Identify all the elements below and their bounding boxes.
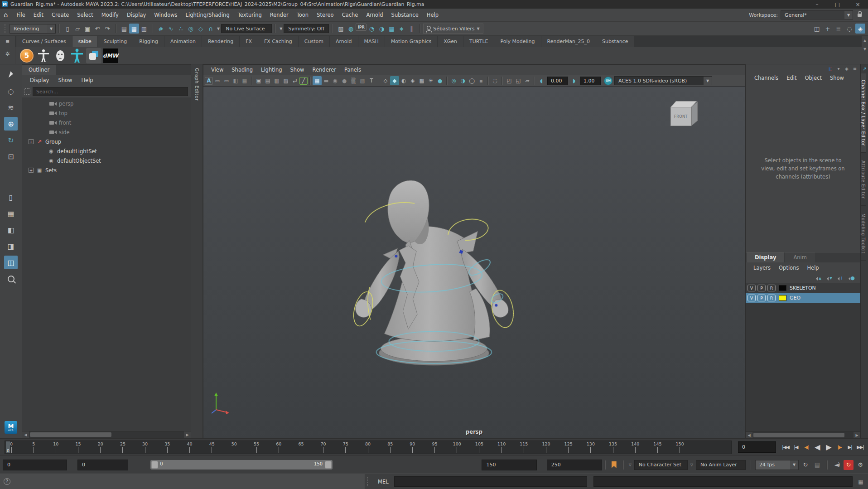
annotate-icon[interactable]: ╱ bbox=[299, 77, 308, 85]
shelf-tab[interactable]: Arnold bbox=[330, 36, 358, 47]
snap-view-plane-icon[interactable]: ◇ bbox=[196, 24, 206, 34]
mute-sound-icon[interactable]: ◄) bbox=[832, 460, 842, 470]
outliner-hscrollbar[interactable]: ◀ ▶ bbox=[22, 431, 191, 438]
fps-select[interactable]: 24 fps ▼ bbox=[755, 460, 799, 470]
frame-divider-icon[interactable]: ▒ bbox=[349, 76, 358, 85]
channel-box-menu-item[interactable]: Channels bbox=[750, 73, 782, 82]
viewport-menu-item[interactable]: Lighting bbox=[257, 66, 286, 74]
chevron-down-icon[interactable]: ▼ bbox=[279, 27, 283, 31]
outliner-item[interactable]: Sets bbox=[22, 165, 191, 175]
shelf-tab[interactable]: saibe bbox=[72, 36, 97, 47]
auto-keyframe-toggle[interactable]: ↻ bbox=[844, 460, 854, 470]
select-hierarchy-icon[interactable]: ▤ bbox=[119, 24, 129, 34]
menu-item[interactable]: Display bbox=[123, 10, 150, 20]
playback-start-field[interactable]: 0 bbox=[77, 460, 128, 470]
paint-effects-icon[interactable]: ∗ bbox=[396, 24, 406, 34]
single-pane-layout-icon[interactable]: ▯ bbox=[4, 190, 18, 204]
shadows-icon[interactable]: ◑ bbox=[458, 76, 468, 85]
layer-editor-menu-item[interactable]: Layers bbox=[749, 263, 775, 272]
light-editor-icon[interactable]: ▦ bbox=[386, 24, 396, 34]
menu-item[interactable]: File bbox=[13, 10, 29, 20]
search-input[interactable] bbox=[33, 87, 188, 96]
channel-box-menu-item[interactable]: Edit bbox=[782, 73, 800, 82]
xray-joints-icon[interactable]: ◱ bbox=[514, 76, 523, 85]
layer-playback-toggle[interactable]: P bbox=[757, 285, 766, 291]
sidebar-tab[interactable]: Modeling Toolkit bbox=[861, 207, 866, 261]
viewport-canvas[interactable]: FRONT persp bbox=[203, 87, 745, 438]
scroll-right-icon[interactable]: ▶ bbox=[854, 432, 860, 438]
character-set-field[interactable]: No Character Set bbox=[634, 460, 688, 470]
animation-preferences-icon[interactable]: ⚙ bbox=[855, 460, 865, 470]
menu-item[interactable]: Render bbox=[266, 10, 293, 20]
channel-hyperbolic-icon[interactable]: ◈ bbox=[843, 65, 850, 72]
outliner-menu-item[interactable]: Show bbox=[54, 76, 76, 85]
pane-layout-split-icon[interactable]: ◨ bbox=[4, 239, 18, 253]
guardian-character-model[interactable] bbox=[342, 173, 522, 373]
workspace-lock-icon[interactable] bbox=[858, 14, 862, 17]
bounding-box-icon[interactable]: ◐ bbox=[399, 76, 408, 85]
menu-item[interactable]: Modify bbox=[97, 10, 123, 20]
menu-set-select[interactable]: Rendering ▼ bbox=[10, 24, 56, 34]
smooth-shade-icon[interactable]: ◆ bbox=[390, 76, 399, 85]
anim-layer-field[interactable]: No Anim Layer bbox=[696, 460, 746, 470]
camera-select-a-icon[interactable]: A bbox=[205, 77, 213, 85]
range-start-handle[interactable] bbox=[151, 461, 158, 469]
layer-editor-tab[interactable]: Anim bbox=[785, 252, 815, 262]
wireframe-on-shaded-icon[interactable]: ▩ bbox=[417, 76, 426, 85]
command-input[interactable] bbox=[394, 476, 587, 487]
default-light-icon[interactable]: ☀ bbox=[426, 76, 435, 85]
menu-item[interactable]: Toon bbox=[293, 10, 313, 20]
shelf-tab[interactable]: Sculpting bbox=[98, 36, 133, 47]
motion-blur-icon[interactable]: ▪ bbox=[477, 76, 486, 85]
display-layer-row[interactable]: V P R GEO bbox=[746, 293, 860, 303]
playback-loop-icon[interactable]: ↻ bbox=[800, 460, 810, 470]
pane-layout-active-icon[interactable]: ◫ bbox=[4, 256, 18, 269]
shelf-item-layers[interactable] bbox=[86, 48, 101, 63]
make-live-icon[interactable]: ∩ bbox=[206, 24, 216, 34]
exposure-icon[interactable]: ◖ bbox=[537, 76, 546, 85]
channel-box-hscrollbar[interactable]: ◀ ▶ bbox=[746, 431, 860, 438]
outliner-item[interactable]: Group bbox=[22, 137, 191, 146]
select-object-icon[interactable]: ▦ bbox=[129, 24, 139, 34]
shelf-tab[interactable]: RenderMan_25_0 bbox=[541, 36, 596, 47]
chevron-down-icon[interactable]: ▽ bbox=[628, 463, 632, 467]
layer-color-swatch[interactable] bbox=[779, 285, 786, 291]
field-chart-icon[interactable]: ▦ bbox=[240, 76, 249, 85]
viewport-menu-item[interactable]: Shading bbox=[227, 66, 257, 74]
layer-reference-toggle[interactable]: R bbox=[767, 285, 776, 291]
range-end-handle[interactable] bbox=[325, 461, 332, 469]
gamma-field[interactable]: 1.00 bbox=[580, 77, 601, 85]
layer-playback-toggle[interactable]: P bbox=[757, 295, 766, 301]
outliner-tab[interactable]: Outliner bbox=[22, 65, 56, 75]
new-scene-icon[interactable]: ▯ bbox=[63, 24, 72, 34]
cached-playback-icon[interactable]: ▤ bbox=[812, 460, 822, 470]
gate-mask-icon[interactable]: ◧ bbox=[231, 76, 240, 85]
view-cube[interactable]: FRONT bbox=[669, 100, 703, 130]
channel-speed-icon[interactable]: ▾ bbox=[835, 65, 842, 72]
shelf-item-tpose-cyan[interactable] bbox=[69, 48, 85, 63]
outliner-item[interactable]: persp bbox=[22, 99, 191, 108]
viewport-menu-item[interactable]: Renderer bbox=[309, 66, 341, 74]
pane-layout-persp-outliner-icon[interactable]: ◧ bbox=[4, 223, 18, 237]
graph-editor-strip[interactable]: Graph Editor bbox=[191, 64, 203, 438]
close-button[interactable]: × bbox=[848, 0, 868, 9]
rotate-tool-icon[interactable]: ↻ bbox=[4, 133, 18, 147]
snap-grid-icon[interactable]: # bbox=[156, 24, 166, 34]
channel-box-icon[interactable]: ≡ bbox=[834, 24, 844, 34]
home-icon[interactable]: ⌂ bbox=[4, 11, 8, 19]
layer-visibility-toggle[interactable]: V bbox=[747, 285, 756, 291]
render-view-icon[interactable]: ▧ bbox=[336, 24, 346, 34]
resolution-gate-icon[interactable]: ▭ bbox=[222, 76, 231, 85]
minimize-button[interactable]: – bbox=[807, 0, 827, 9]
hypershade-icon[interactable]: ◑ bbox=[376, 24, 386, 34]
live-surface-field[interactable]: No Live Surface bbox=[221, 24, 272, 33]
range-slider[interactable]: 0 150 bbox=[150, 460, 333, 470]
four-pane-layout-icon[interactable]: ▦ bbox=[4, 207, 18, 220]
shelf-tab[interactable]: FX bbox=[240, 36, 258, 47]
menu-item[interactable]: Stereo bbox=[313, 10, 338, 20]
outliner-item[interactable]: defaultLightSet bbox=[22, 146, 191, 156]
layer-editor-menu-item[interactable]: Options bbox=[775, 263, 803, 272]
outliner-filter-icon[interactable] bbox=[24, 88, 30, 95]
workspace-select[interactable]: General* ▼ bbox=[781, 10, 853, 19]
show-hide-editor-icon[interactable]: ↗ bbox=[862, 64, 866, 73]
